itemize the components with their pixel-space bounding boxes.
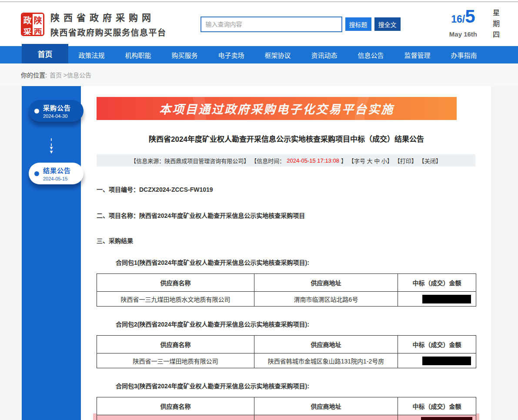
sidebar-item-label: 结果公告 (43, 166, 71, 175)
bullet-dot-icon (34, 109, 39, 113)
table-row: 陕西省一三一煤田地质有限公司 陕西省韩城市金城区象山路131院内1-2号房 (97, 353, 476, 368)
date-month: 5 (465, 6, 475, 27)
meta-time-value: 2024-05-15 17:13:08 (287, 157, 339, 164)
logo-char: 陕 (33, 14, 43, 26)
date-day: 16 (451, 13, 462, 25)
nav-item-guide[interactable]: 办事指南 (441, 46, 487, 63)
redacted-amount (421, 417, 472, 420)
table-header-row: 供应商名称 供应商地址 中标（成交）金额 (97, 274, 476, 292)
nav-item-functions[interactable]: 机构职能 (115, 46, 161, 63)
col-header-supplier-name: 供应商名称 (97, 397, 254, 415)
nav-item-e-mall[interactable]: 电子卖场 (208, 46, 254, 63)
page-body: 采购公告 2024-04-30 ▼ ▼ 结果公告 2024-05-15 本项目通… (0, 86, 518, 420)
col-header-award-amount: 中标（成交）金额 (398, 336, 476, 353)
nav-item-policies[interactable]: 政策法规 (68, 46, 115, 63)
site-subtitle: 陕西省政府购买服务信息平台 (50, 26, 167, 38)
search-title-button[interactable]: 搜标题 (345, 17, 371, 31)
nav-item-home[interactable]: 首页 (22, 44, 68, 63)
breadcrumb-home-link[interactable]: 首页 (50, 72, 62, 79)
content-container: 采购公告 2024-04-30 ▼ ▼ 结果公告 2024-05-15 本项目通… (22, 86, 491, 420)
article-title: 陕西省2024年度矿业权人勘查开采信息公示实地核查采购项目中标（成交）结果公告 (97, 133, 476, 144)
meta-time-prefix: 【信息时间： (251, 157, 285, 165)
table-row-highlighted: 中陕核工业集团测绘院有限公司 西安市灞桥镇读书村核工业地质局二二四大队 (97, 415, 476, 420)
supplier-address-cell: 陕西省韩城市金城区象山路131院内1-2号房 (254, 353, 398, 368)
package-3-table-wrap: 供应商名称 供应商地址 中标（成交）金额 中陕核工业集团测绘院有限公司 西安市灞… (97, 397, 476, 420)
col-header-award-amount: 中标（成交）金额 (398, 397, 476, 415)
main-nav: 首页 政策法规 机构职能 购买服务 电子卖场 框架协议 资讯动态 信息公告 监督… (0, 46, 518, 63)
article-main: 本项目通过政府采购电子化交易平台实施 陕西省2024年度矿业权人勘查开采信息公示… (81, 86, 491, 420)
bullet-dot-icon (34, 171, 39, 176)
col-header-supplier-name: 供应商名称 (97, 336, 254, 353)
col-header-award-amount: 中标（成交）金额 (398, 274, 476, 292)
search-input[interactable] (201, 17, 342, 32)
nav-item-news[interactable]: 资讯动态 (301, 46, 348, 63)
sidebar-item-result-notice[interactable]: 结果公告 2024-05-15 (29, 163, 84, 184)
font-size-control[interactable]: 【字号 大 中 小】 (348, 157, 393, 165)
award-amount-cell (398, 292, 476, 307)
nav-item-framework[interactable]: 框架协议 (254, 46, 301, 63)
site-logo-seal-icon[interactable]: 政 陕 采 西 (21, 13, 44, 36)
supplier-address-cell: 渭南市临渭区站北路6号 (254, 292, 398, 307)
close-button[interactable]: 【关闭】 (419, 157, 441, 165)
sidebar-item-date: 2024-04-30 (43, 113, 71, 119)
site-brand: 陕西省政府采购网 陕西省政府购买服务信息平台 (50, 10, 167, 38)
table-row: 陕西省一三九煤田地质水文地质有限公司 渭南市临渭区站北路6号 (97, 292, 476, 307)
col-header-supplier-address: 供应商地址 (254, 274, 398, 292)
breadcrumb-prefix: 你的位置: (21, 70, 47, 79)
meta-source: 【信息来源：陕西鼎成项目管理咨询有限公司】 (130, 157, 249, 165)
sidebar: 采购公告 2024-04-30 ▼ ▼ 结果公告 2024-05-15 (22, 86, 81, 420)
nav-item-purchase-service[interactable]: 购买服务 (161, 46, 208, 63)
sidebar-item-label: 采购公告 (43, 103, 71, 112)
table-header-row: 供应商名称 供应商地址 中标（成交）金额 (97, 336, 476, 353)
package-2-table: 供应商名称 供应商地址 中标（成交）金额 陕西省一三一煤田地质有限公司 陕西省韩… (97, 335, 476, 368)
package-2-table-wrap: 供应商名称 供应商地址 中标（成交）金额 陕西省一三一煤田地质有限公司 陕西省韩… (97, 335, 476, 368)
site-title: 陕西省政府采购网 (50, 10, 167, 23)
nav-item-announcements[interactable]: 信息公告 (348, 46, 394, 63)
package-1-table: 供应商名称 供应商地址 中标（成交）金额 陕西省一三九煤田地质水文地质有限公司 … (97, 273, 476, 307)
supplier-address-cell: 西安市灞桥镇读书村核工业地质局二二四大队 (254, 415, 398, 420)
site-header: 政 陕 采 西 陕西省政府采购网 陕西省政府购买服务信息平台 搜标题 搜全文 1… (0, 2, 518, 46)
supplier-name-cell: 陕西省一三一煤田地质有限公司 (97, 353, 254, 368)
sidebar-item-procurement-notice[interactable]: 采购公告 2024-04-30 (29, 100, 84, 122)
breadcrumb-current: 信息公告 (67, 72, 91, 79)
date-widget: 16/5 May 16th 星期四 (449, 7, 501, 42)
package-2-intro: 合同包2(陕西省2024年度矿业权人勘查开采信息公示实地核查采购项目): (116, 320, 476, 328)
award-amount-cell (398, 353, 476, 368)
package-3-intro: 合同包3(陕西省2024年度矿业权人勘查开采信息公示实地核查采购项目): (116, 381, 476, 390)
logo-char: 西 (33, 26, 43, 36)
print-button[interactable]: 【打印】 (394, 157, 417, 165)
redacted-amount (422, 295, 471, 303)
date-weekday: 星期四 (490, 9, 501, 42)
breadcrumb: 你的位置: 首页 >信息公告 (0, 63, 518, 86)
award-amount-cell (398, 415, 476, 420)
package-1-intro: 合同包1(陕西省2024年度矿业权人勘查开采信息公示实地核查采购项目): (116, 258, 476, 267)
sidebar-item-date: 2024-05-15 (43, 176, 71, 181)
search-fulltext-button[interactable]: 搜全文 (374, 17, 401, 31)
section-project-number: 一、项目编号：DCZX2024-ZCCS-FW1019 (97, 185, 476, 193)
nav-item-supervision[interactable]: 监督管理 (394, 46, 441, 63)
date-numbers: 16/5 May 16th (449, 7, 477, 38)
col-header-supplier-name: 供应商名称 (97, 274, 254, 292)
redacted-amount (422, 357, 471, 365)
logo-char: 采 (22, 26, 33, 36)
supplier-name-cell: 中陕核工业集团测绘院有限公司 (97, 415, 254, 420)
supplier-name-cell: 陕西省一三九煤田地质水文地质有限公司 (97, 292, 254, 307)
logo-char: 政 (22, 14, 33, 26)
search-bar: 搜标题 搜全文 (201, 17, 401, 32)
article-meta-bar: 【信息来源：陕西鼎成项目管理咨询有限公司】 【信息时间：2024-05-15 1… (97, 154, 475, 167)
package-3-table: 供应商名称 供应商地址 中标（成交）金额 中陕核工业集团测绘院有限公司 西安市灞… (97, 397, 476, 420)
section-project-name: 二、项目名称：陕西省2024年度矿业权人勘查开采信息公示实地核查采购项目 (97, 211, 476, 220)
table-header-row: 供应商名称 供应商地址 中标（成交）金额 (97, 397, 476, 415)
timeline-arrow-icon: ▼ ▼ (22, 130, 81, 162)
section-procurement-result: 三、采购结果 (97, 236, 476, 245)
meta-time-suffix: 】 (341, 157, 347, 165)
platform-banner: 本项目通过政府采购电子化交易平台实施 (97, 97, 457, 120)
col-header-supplier-address: 供应商地址 (254, 336, 398, 353)
breadcrumb-separator: > (62, 72, 67, 79)
package-1-table-wrap: 供应商名称 供应商地址 中标（成交）金额 陕西省一三九煤田地质水文地质有限公司 … (97, 273, 476, 307)
date-english: May 16th (449, 30, 477, 38)
col-header-supplier-address: 供应商地址 (254, 397, 398, 415)
